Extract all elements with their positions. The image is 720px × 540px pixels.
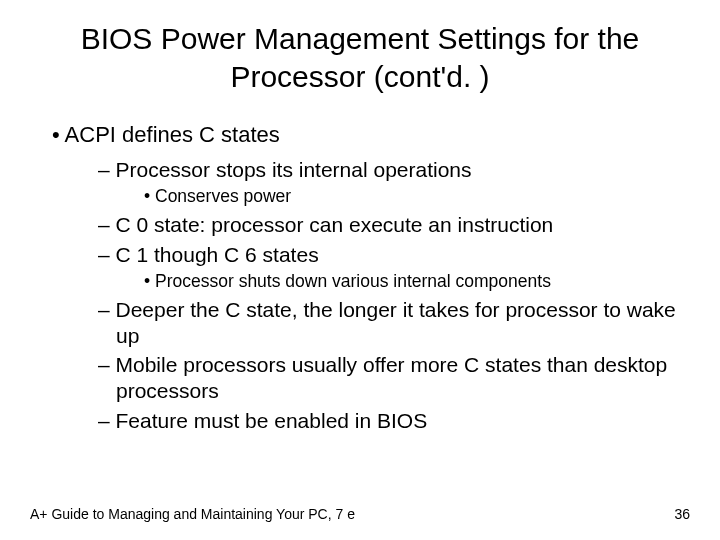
bullet-l3: Processor shuts down various internal co… <box>42 271 690 293</box>
slide-title: BIOS Power Management Settings for the P… <box>30 20 690 95</box>
slide-footer: A+ Guide to Managing and Maintaining You… <box>30 506 690 522</box>
bullet-l2: Processor stops its internal operations <box>42 157 690 183</box>
bullet-l2: Mobile processors usually offer more C s… <box>42 352 690 403</box>
footer-source: A+ Guide to Managing and Maintaining You… <box>30 506 355 522</box>
bullet-l2: C 1 though C 6 states <box>42 242 690 268</box>
bullet-l2: C 0 state: processor can execute an inst… <box>42 212 690 238</box>
bullet-l2: Deeper the C state, the longer it takes … <box>42 297 690 348</box>
slide-body: ACPI defines C states Processor stops it… <box>30 121 690 433</box>
bullet-l1: ACPI defines C states <box>42 121 690 149</box>
page-number: 36 <box>674 506 690 522</box>
bullet-l3: Conserves power <box>42 186 690 208</box>
bullet-l2: Feature must be enabled in BIOS <box>42 408 690 434</box>
